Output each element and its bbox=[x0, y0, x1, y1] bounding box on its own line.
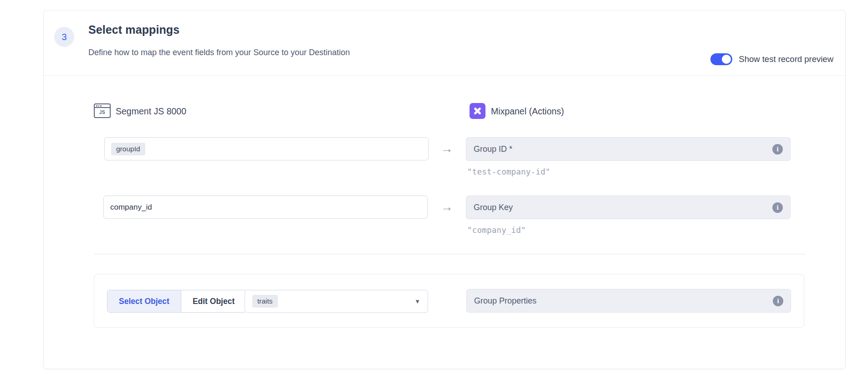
destination-field-group-properties: Group Properties i bbox=[466, 289, 791, 313]
info-icon[interactable]: i bbox=[772, 202, 783, 213]
select-object-button[interactable]: Select Object bbox=[107, 290, 181, 312]
info-icon[interactable]: i bbox=[773, 296, 783, 306]
page: 3 Select mappings Define how to map the … bbox=[0, 0, 868, 381]
arrow-right-icon: → bbox=[436, 143, 457, 155]
edit-object-button[interactable]: Edit Object bbox=[181, 290, 246, 312]
object-mapping-box: Select Object Edit Object traits ▼ → Gro… bbox=[94, 274, 804, 328]
source-field-chip[interactable]: groupId bbox=[111, 143, 145, 155]
destination-field-label: Group Properties bbox=[474, 296, 773, 306]
source-js-icon: JS bbox=[94, 103, 111, 118]
chevron-down-icon: ▼ bbox=[414, 298, 420, 305]
page-subtitle: Define how to map the event fields from … bbox=[88, 48, 350, 57]
arrow-right-icon: → bbox=[436, 201, 457, 213]
mixpanel-icon bbox=[470, 103, 485, 119]
test-record-preview-value: "test-company-id" bbox=[467, 167, 551, 176]
destination-field-group-key: Group Key i bbox=[466, 196, 791, 219]
test-record-preview-toggle-group: Show test record preview bbox=[710, 53, 833, 65]
section-divider bbox=[94, 254, 806, 254]
source-field-text: company_id bbox=[110, 203, 152, 212]
source-field-input-company-id[interactable]: company_id bbox=[103, 196, 428, 219]
destination-name: Mixpanel (Actions) bbox=[491, 106, 564, 117]
toggle-knob bbox=[722, 55, 731, 64]
object-button-group: Select Object Edit Object bbox=[107, 290, 246, 313]
page-title: Select mappings bbox=[88, 23, 179, 36]
show-test-record-toggle[interactable] bbox=[710, 53, 732, 65]
source-field-input-groupid[interactable]: groupId bbox=[104, 137, 429, 160]
info-icon[interactable]: i bbox=[772, 144, 783, 154]
select-mappings-card: 3 Select mappings Define how to map the … bbox=[43, 10, 846, 369]
test-record-preview-value: "company_id" bbox=[467, 226, 526, 235]
toggle-label: Show test record preview bbox=[739, 54, 833, 64]
card-header: 3 Select mappings Define how to map the … bbox=[44, 10, 845, 76]
dropdown-value-chip: traits bbox=[252, 295, 278, 308]
destination-field-group-id: Group ID * i bbox=[466, 137, 791, 161]
js-icon-titlebar bbox=[95, 104, 110, 108]
destination-field-label: Group ID * bbox=[474, 144, 772, 154]
js-icon-label: JS bbox=[95, 110, 110, 115]
source-name: Segment JS 8000 bbox=[116, 106, 186, 117]
destination-field-label: Group Key bbox=[474, 203, 772, 212]
step-number-badge: 3 bbox=[54, 27, 74, 47]
object-source-dropdown[interactable]: traits ▼ bbox=[245, 290, 428, 313]
